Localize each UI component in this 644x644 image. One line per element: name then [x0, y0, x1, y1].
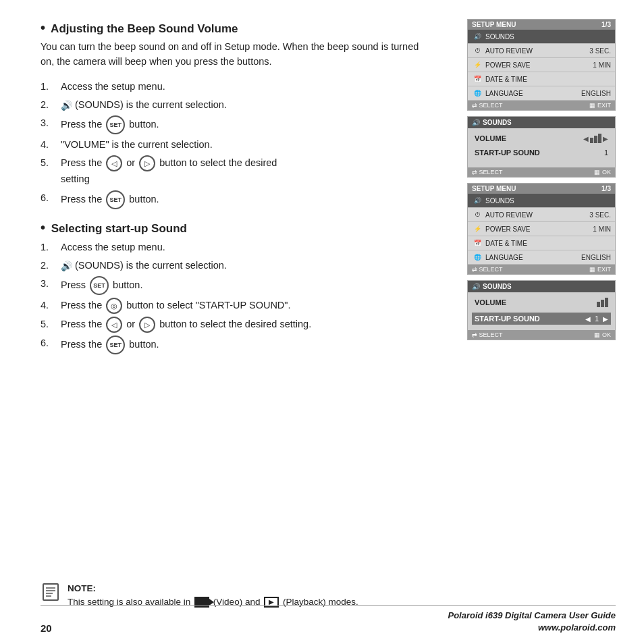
panel3-row-autoreview: ⏱ AUTO REVIEW 3 SEC. — [468, 208, 615, 222]
panel1-header: SETUP MENU 1/3 — [468, 20, 615, 30]
startup-sound-bar: ◀ 1 ▶ — [585, 315, 608, 323]
step-2-2: 2. 🔊 (SOUNDS) is the current selection. — [41, 258, 432, 273]
dial-left-icon: ◁ — [106, 155, 122, 171]
panel1-footer: ⇄ SELECT ▦ EXIT — [468, 101, 615, 110]
step-1-1: 1. Access the setup menu. — [41, 79, 432, 95]
panel4-header: 🔊 SOUNDS — [468, 281, 615, 292]
page-number: 20 — [41, 622, 52, 634]
panel1-setup-menu: SETUP MENU 1/3 🔊 SOUNDS ⏱ AUTO REVIEW 3 … — [467, 19, 616, 111]
panel2-volume-row: VOLUME ◀ ▶ — [475, 134, 608, 143]
section2: • Selecting start-up Sound 1. Access the… — [41, 220, 439, 355]
step-1-3: 3. Press the SET button. — [41, 115, 432, 134]
panel2-footer: ⇄ SELECT ▦ OK — [468, 167, 615, 177]
vol-bars2 — [597, 298, 608, 307]
panel3-row-language: 🌐 LANGUAGE ENGLISH — [468, 250, 615, 265]
footer-title: Polaroid i639 Digital Camera User Guide … — [448, 610, 616, 634]
panel1-row-datetime: 📅 DATE & TIME — [468, 72, 615, 86]
panel4-footer: ⇄ SELECT ▦ OK — [468, 330, 615, 340]
panel2-sounds: 🔊 SOUNDS VOLUME ◀ ▶ — [467, 116, 616, 178]
set-button-icon3: SET — [90, 276, 109, 295]
note-label: NOTE: — [68, 583, 96, 593]
set-button-icon6: SET — [106, 336, 125, 354]
dial-left-icon5: ◁ — [106, 317, 122, 333]
panel3-setup-menu: SETUP MENU 1/3 🔊 SOUNDS ⏱ AUTO REVIEW 3 … — [467, 183, 616, 275]
panel1-row-autoreview: ⏱ AUTO REVIEW 3 SEC. — [468, 44, 615, 58]
panel1-row-sounds: 🔊 SOUNDS — [468, 30, 615, 44]
dial-right-icon: ▷ — [139, 155, 155, 171]
set-button-icon: SET — [106, 115, 125, 134]
panels-column: SETUP MENU 1/3 🔊 SOUNDS ⏱ AUTO REVIEW 3 … — [467, 19, 616, 346]
panel4-startup-row: START-UP SOUND ◀ 1 ▶ — [472, 313, 611, 325]
panel2-header: 🔊 SOUNDS — [468, 117, 615, 128]
step-1-5: 5. Press the ◁ or ▷ button to select the… — [41, 155, 432, 187]
panel1-row-language: 🌐 LANGUAGE ENGLISH — [468, 86, 615, 101]
step-2-5: 5. Press the ◁ or ▷ button to select the… — [41, 317, 432, 333]
volume-bar2 — [597, 298, 608, 307]
section1-heading: • Adjusting the Beep Sound Volume — [41, 20, 439, 36]
section2-heading: • Selecting start-up Sound — [41, 220, 439, 236]
panel2-startup-row: START-UP SOUND 1 — [475, 149, 608, 157]
step-2-4: 4. Press the ◎ button to select "START-U… — [41, 298, 432, 314]
panel1-row-powersave: ⚡ POWER SAVE 1 MIN — [468, 58, 615, 72]
dial-right-icon5: ▷ — [139, 317, 155, 333]
step-2-1: 1. Access the setup menu. — [41, 240, 432, 255]
section1-intro: You can turn the beep sound on and off i… — [41, 40, 432, 70]
section2-steps: 1. Access the setup menu. 2. 🔊 (SOUNDS) … — [41, 240, 432, 355]
panel2-body: VOLUME ◀ ▶ START-UP SOUND 1 — [468, 128, 615, 167]
note-icon — [41, 582, 61, 602]
section1-steps: 1. Access the setup menu. 2. 🔊 (SOUNDS) … — [41, 79, 432, 209]
panel4-sounds: 🔊 SOUNDS VOLUME START-UP SOUND — [467, 280, 616, 340]
volume-bar: ◀ ▶ — [583, 134, 608, 143]
panel3-row-sounds: 🔊 SOUNDS — [468, 194, 615, 208]
dial-icon4: ◎ — [106, 298, 122, 314]
step-2-3: 3. Press SET button. — [41, 276, 432, 295]
panel3-row-powersave: ⚡ POWER SAVE 1 MIN — [468, 222, 615, 236]
panel3-row-datetime: 📅 DATE & TIME — [468, 236, 615, 250]
step-1-2: 2. 🔊 (SOUNDS) is the current selection. — [41, 97, 432, 113]
svg-rect-0 — [43, 584, 58, 600]
panel3-header: SETUP MENU 1/3 — [468, 184, 615, 194]
vol-bars — [590, 134, 601, 143]
step-2-6: 6. Press the SET button. — [41, 336, 432, 354]
footer: 20 Polaroid i639 Digital Camera User Gui… — [41, 605, 616, 634]
set-button-icon2: SET — [106, 190, 125, 209]
page: • Adjusting the Beep Sound Volume You ca… — [0, 0, 644, 644]
panel4-volume-row: VOLUME — [475, 298, 608, 307]
step-1-4: 4. "VOLUME" is the current selection. — [41, 137, 432, 153]
panel3-footer: ⇄ SELECT ▦ EXIT — [468, 265, 615, 274]
panel4-body: VOLUME START-UP SOUND ◀ 1 ▶ — [468, 292, 615, 330]
step-1-6: 6. Press the SET button. — [41, 190, 432, 209]
